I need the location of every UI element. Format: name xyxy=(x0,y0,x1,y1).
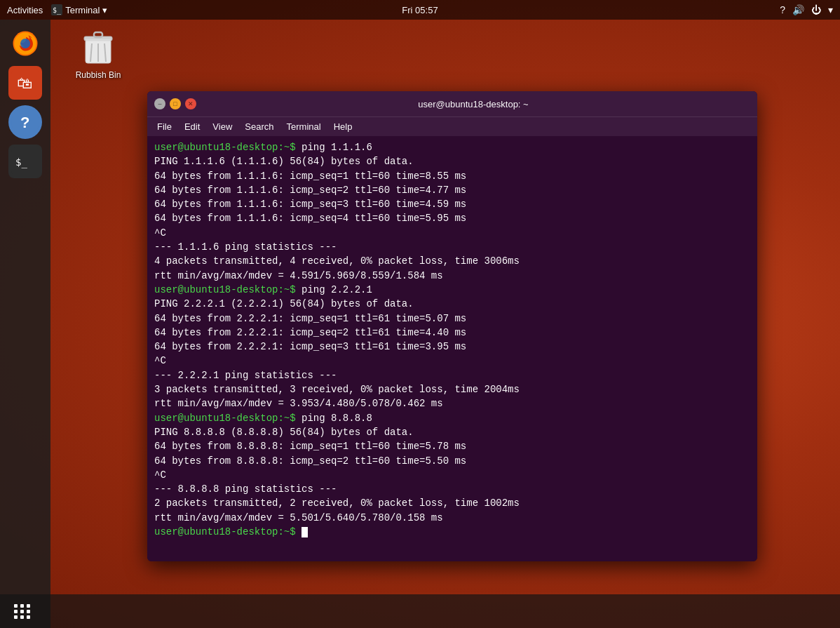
terminal-line: user@ubuntu18-desktop:~$ ping 1.1.1.6 xyxy=(154,140,750,154)
dock-icon-help[interactable]: ? xyxy=(8,105,42,139)
tray-question-icon[interactable]: ? xyxy=(780,4,785,15)
terminal-line: 64 bytes from 2.2.2.1: icmp_seq=1 ttl=61… xyxy=(154,312,750,326)
terminal-line: --- 1.1.1.6 ping statistics --- xyxy=(154,240,750,254)
terminal-line: PING 8.8.8.8 (8.8.8.8) 56(84) bytes of d… xyxy=(154,425,750,439)
terminal-line: 2 packets transmitted, 2 received, 0% pa… xyxy=(154,496,750,510)
terminal-line: 64 bytes from 1.1.1.6: icmp_seq=4 ttl=60… xyxy=(154,211,750,225)
terminal-line: 64 bytes from 2.2.2.1: icmp_seq=2 ttl=61… xyxy=(154,326,750,340)
terminal-line: ^C xyxy=(154,354,750,368)
terminal-line: 3 packets transmitted, 3 received, 0% pa… xyxy=(154,382,750,396)
dock-icon-firefox[interactable] xyxy=(8,27,42,60)
terminal-window: – □ ✕ user@ubuntu18-desktop: ~ File Edit… xyxy=(147,91,757,561)
terminal-line: --- 2.2.2.1 ping statistics --- xyxy=(154,368,750,382)
terminal-current-line: user@ubuntu18-desktop:~$ xyxy=(154,525,750,539)
minimize-button[interactable]: – xyxy=(154,98,165,109)
grid-dot xyxy=(20,615,24,619)
terminal-line: PING 2.2.2.1 (2.2.2.1) 56(84) bytes of d… xyxy=(154,297,750,311)
terminal-line: 64 bytes from 1.1.1.6: icmp_seq=3 ttl=60… xyxy=(154,197,750,211)
grid-dot xyxy=(14,610,18,613)
terminal-line: ^C xyxy=(154,226,750,240)
topbar: Activities $_ Terminal ▾ Fri 05:57 ? 🔊 ⏻… xyxy=(0,0,840,20)
svg-text:$_: $_ xyxy=(53,6,62,15)
rubbish-bin-label: Rubbish Bin xyxy=(76,70,121,80)
grid-dot xyxy=(27,604,30,608)
app-grid-button[interactable] xyxy=(14,604,31,619)
menu-search[interactable]: Search xyxy=(239,120,279,133)
grid-dot xyxy=(14,615,18,619)
grid-dot xyxy=(27,615,30,619)
svg-point-3 xyxy=(20,39,30,48)
terminal-line: 64 bytes from 8.8.8.8: icmp_seq=2 ttl=60… xyxy=(154,454,750,468)
grid-dot xyxy=(20,604,24,608)
maximize-button[interactable]: □ xyxy=(170,98,181,109)
svg-text:🛍: 🛍 xyxy=(17,74,32,92)
grid-dot xyxy=(14,604,18,608)
terminal-line: user@ubuntu18-desktop:~$ ping 2.2.2.1 xyxy=(154,283,750,297)
terminal-line: --- 8.8.8.8 ping statistics --- xyxy=(154,482,750,496)
terminal-line: PING 1.1.1.6 (1.1.1.6) 56(84) bytes of d… xyxy=(154,154,750,168)
grid-dot xyxy=(27,610,30,613)
dock-icon-terminal[interactable]: $_ xyxy=(8,145,42,178)
dock-icon-appstore[interactable]: 🛍 xyxy=(8,66,42,100)
terminal-line: 64 bytes from 2.2.2.1: icmp_seq=3 ttl=61… xyxy=(154,340,750,354)
menu-view[interactable]: View xyxy=(207,120,238,133)
clock: Fri 05:57 xyxy=(402,5,438,15)
terminal-line: 64 bytes from 1.1.1.6: icmp_seq=2 ttl=60… xyxy=(154,183,750,197)
close-button[interactable]: ✕ xyxy=(185,98,196,109)
menu-help[interactable]: Help xyxy=(328,120,358,133)
terminal-topbar-icon: $_ xyxy=(51,4,62,15)
menu-terminal[interactable]: Terminal xyxy=(281,120,327,133)
terminal-line: ^C xyxy=(154,468,750,482)
terminal-titlebar: – □ ✕ user@ubuntu18-desktop: ~ xyxy=(147,91,757,116)
terminal-cursor xyxy=(302,527,308,537)
bottom-bar xyxy=(0,594,840,628)
tray-dropdown-arrow[interactable]: ▾ xyxy=(828,4,833,15)
grid-dot xyxy=(20,610,24,613)
menu-file[interactable]: File xyxy=(151,120,177,133)
terminal-app-label: Terminal xyxy=(65,5,100,15)
svg-text:?: ? xyxy=(20,114,29,131)
menu-edit[interactable]: Edit xyxy=(179,120,205,133)
terminal-menubar: File Edit View Search Terminal Help xyxy=(147,116,757,136)
dock: 🛍 ? $_ xyxy=(0,20,50,628)
terminal-window-title: user@ubuntu18-desktop: ~ xyxy=(418,99,528,109)
terminal-line: 4 packets transmitted, 4 received, 0% pa… xyxy=(154,254,750,268)
terminal-dropdown-arrow: ▾ xyxy=(102,5,107,15)
svg-rect-16 xyxy=(86,39,111,41)
terminal-line: 64 bytes from 1.1.1.6: icmp_seq=1 ttl=60… xyxy=(154,169,750,183)
rubbish-bin-desktop-icon[interactable]: Rubbish Bin xyxy=(70,28,126,80)
terminal-app-menu[interactable]: $_ Terminal ▾ xyxy=(51,4,107,15)
terminal-line: user@ubuntu18-desktop:~$ ping 8.8.8.8 xyxy=(154,411,750,425)
svg-rect-15 xyxy=(94,32,102,37)
window-controls: – □ ✕ xyxy=(154,98,196,109)
terminal-line: 64 bytes from 8.8.8.8: icmp_seq=1 ttl=60… xyxy=(154,439,750,453)
tray-volume-icon[interactable]: 🔊 xyxy=(792,4,804,15)
tray-power-icon[interactable]: ⏻ xyxy=(811,4,821,15)
terminal-line: rtt min/avg/max/mdev = 4.591/5.969/8.559… xyxy=(154,269,750,283)
terminal-line: rtt min/avg/max/mdev = 3.953/4.480/5.078… xyxy=(154,396,750,410)
rubbish-bin-svg xyxy=(81,28,115,67)
activities-button[interactable]: Activities xyxy=(7,5,43,15)
svg-text:$_: $_ xyxy=(15,156,27,168)
terminal-body[interactable]: user@ubuntu18-desktop:~$ ping 1.1.1.6PIN… xyxy=(147,136,757,561)
terminal-line: rtt min/avg/max/mdev = 5.501/5.640/5.780… xyxy=(154,511,750,525)
